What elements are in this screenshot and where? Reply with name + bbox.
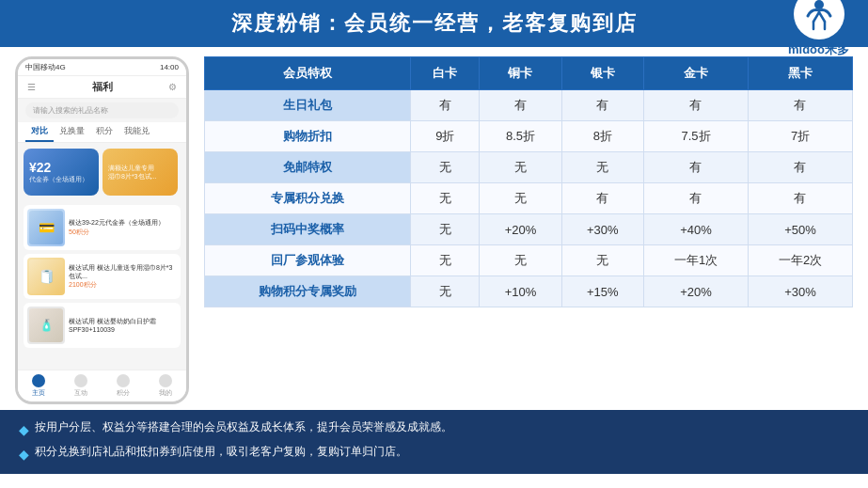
phone-tab-points[interactable]: 积分 xyxy=(90,122,118,142)
cell-value: 无 xyxy=(480,245,561,276)
cell-value: 有 xyxy=(561,183,643,214)
cell-feature: 购物积分专属奖励 xyxy=(205,276,411,307)
phone-card-wipes[interactable]: 满额达儿童专用湿巾8片*3包试... xyxy=(103,149,178,196)
footer-items: ◆按用户分层、权益分等搭建合理的会员权益及成长体系，提升会员荣誉感及成就感。◆积… xyxy=(19,417,849,466)
cell-value: 有 xyxy=(411,90,480,121)
cell-value: 有 xyxy=(644,152,749,183)
cell-value: +40% xyxy=(644,214,749,245)
phone-card-desc: 代金券（全场通用） xyxy=(29,175,93,184)
midoo-logo-icon xyxy=(800,0,838,33)
footer-bullet-icon: ◆ xyxy=(19,418,29,442)
item-info-1: 横达39-22元代金券（全场通用） 50积分 xyxy=(69,218,177,236)
cell-value: 有 xyxy=(748,90,852,121)
col-header-feature: 会员特权 xyxy=(205,57,411,90)
item-info-3: 横达试用 横达婴幼奶白日护霜 SPF30+110039 xyxy=(69,317,177,334)
list-item[interactable]: 🧻 横达试用 横达儿童送专用湿巾8片*3包试... 2100积分 xyxy=(24,254,181,299)
col-header-white: 白卡 xyxy=(411,57,480,90)
item-info-2: 横达试用 横达儿童送专用湿巾8片*3包试... 2100积分 xyxy=(69,263,177,290)
phone-carrier: 中国移动4G xyxy=(25,62,66,72)
phone-bottom-mine[interactable]: 我的 xyxy=(159,374,172,398)
footer-text: 积分兑换到店礼品和抵扣券到店使用，吸引老客户复购，复购订单归门店。 xyxy=(35,442,407,463)
table-header-row: 会员特权 白卡 铜卡 银卡 金卡 黑卡 xyxy=(205,57,853,90)
cell-feature: 购物折扣 xyxy=(205,121,411,152)
phone-bottom-interact-icon xyxy=(74,374,87,387)
table-row: 购物折扣9折8.5折8折7.5折7折 xyxy=(205,121,853,152)
phone-mockup: 中国移动4G 14:00 ☰ 福利 ⚙ 请输入搜索的礼品名称 对比 兑换量 积分… xyxy=(15,56,189,404)
cell-value: +20% xyxy=(644,276,749,307)
page-title: 深度粉销：会员统一经营，老客复购到店 xyxy=(231,11,638,35)
cell-feature: 专属积分兑换 xyxy=(205,183,411,214)
cell-value: +50% xyxy=(748,214,852,245)
cell-value: 有 xyxy=(480,90,561,121)
table-row: 购物积分专属奖励无+10%+15%+20%+30% xyxy=(205,276,853,307)
cell-feature: 回厂参观体验 xyxy=(205,245,411,276)
phone-tab-available[interactable]: 我能兑 xyxy=(118,122,155,142)
item-image-3: 🧴 xyxy=(27,307,65,344)
col-header-black: 黑卡 xyxy=(748,57,852,90)
cell-feature: 扫码中奖概率 xyxy=(205,214,411,245)
phone-tabs: 对比 兑换量 积分 我能兑 xyxy=(18,122,186,143)
cell-value: +30% xyxy=(561,214,643,245)
cell-value: 无 xyxy=(561,152,643,183)
item-name-3: 横达试用 横达婴幼奶白日护霜 SPF30+110039 xyxy=(69,317,177,334)
cell-value: 无 xyxy=(411,245,480,276)
phone-time: 14:00 xyxy=(160,63,179,71)
member-table: 会员特权 白卡 铜卡 银卡 金卡 黑卡 生日礼包有有有有有购物折扣9折8.5折8… xyxy=(204,56,853,307)
table-area: 会员特权 白卡 铜卡 银卡 金卡 黑卡 生日礼包有有有有有购物折扣9折8.5折8… xyxy=(204,56,853,404)
logo-text: midoo米多 xyxy=(788,41,849,58)
cell-value: 无 xyxy=(411,152,480,183)
phone-bottom-points-icon xyxy=(117,374,130,387)
phone-bottom-interact[interactable]: 互动 xyxy=(74,374,87,398)
item-image-2: 🧻 xyxy=(27,258,65,295)
cell-value: 无 xyxy=(561,245,643,276)
footer-text: 按用户分层、权益分等搭建合理的会员权益及成长体系，提升会员荣誉感及成就感。 xyxy=(35,417,452,438)
phone-nav-bar: ☰ 福利 ⚙ xyxy=(18,76,186,99)
cell-value: +15% xyxy=(561,276,643,307)
cell-value: 一年2次 xyxy=(748,245,852,276)
phone-bottom-nav: 主页 互动 积分 我的 xyxy=(18,370,186,401)
table-row: 生日礼包有有有有有 xyxy=(205,90,853,121)
phone-tab-redeem[interactable]: 兑换量 xyxy=(54,122,90,142)
phone-bottom-home-icon xyxy=(32,374,45,387)
footer-bullet-icon: ◆ xyxy=(19,443,29,466)
phone-card-price: ¥22 xyxy=(29,160,93,175)
table-row: 回厂参观体验无无无一年1次一年2次 xyxy=(205,245,853,276)
phone-bottom-points[interactable]: 积分 xyxy=(117,374,130,398)
phone-search-bar[interactable]: 请输入搜索的礼品名称 xyxy=(25,102,179,118)
header: 深度粉销：会员统一经营，老客复购到店 midoo米多 xyxy=(0,0,868,47)
item-name-2: 横达试用 横达儿童送专用湿巾8片*3包试... xyxy=(69,263,177,280)
phone-bottom-interact-label: 互动 xyxy=(74,388,87,398)
logo-area: midoo米多 xyxy=(788,0,849,58)
cell-value: 7.5折 xyxy=(644,121,749,152)
phone-nav-title: 福利 xyxy=(92,80,113,94)
phone-bottom-mine-icon xyxy=(159,374,172,387)
footer-item: ◆按用户分层、权益分等搭建合理的会员权益及成长体系，提升会员荣誉感及成就感。 xyxy=(19,417,849,442)
logo-bg xyxy=(794,0,844,39)
cell-value: 有 xyxy=(644,183,749,214)
cell-value: 8.5折 xyxy=(480,121,561,152)
cell-value: 有 xyxy=(748,152,852,183)
cell-value: +20% xyxy=(480,214,561,245)
cell-value: 无 xyxy=(480,152,561,183)
phone-status-bar: 中国移动4G 14:00 xyxy=(18,59,186,76)
list-item[interactable]: 🧴 横达试用 横达婴幼奶白日护霜 SPF30+110039 xyxy=(24,303,181,348)
phone-bottom-points-label: 积分 xyxy=(117,388,130,398)
main-content: 中国移动4G 14:00 ☰ 福利 ⚙ 请输入搜索的礼品名称 对比 兑换量 积分… xyxy=(0,47,868,404)
col-header-silver: 银卡 xyxy=(561,57,643,90)
cell-value: 无 xyxy=(411,276,480,307)
cell-value: 7折 xyxy=(748,121,852,152)
svg-point-0 xyxy=(814,0,824,9)
phone-search-placeholder: 请输入搜索的礼品名称 xyxy=(33,106,108,115)
table-row: 专属积分兑换无无有有有 xyxy=(205,183,853,214)
table-row: 免邮特权无无无有有 xyxy=(205,152,853,183)
phone-bottom-home[interactable]: 主页 xyxy=(32,374,45,398)
phone-card-voucher[interactable]: ¥22 代金券（全场通用） xyxy=(24,149,99,196)
phone-tab-compare[interactable]: 对比 xyxy=(25,122,54,142)
cell-value: 8折 xyxy=(561,121,643,152)
cell-value: 一年1次 xyxy=(644,245,749,276)
list-item[interactable]: 💳 横达39-22元代金券（全场通用） 50积分 xyxy=(24,205,181,250)
cell-value: 无 xyxy=(411,214,480,245)
footer-item: ◆积分兑换到店礼品和抵扣券到店使用，吸引老客户复购，复购订单归门店。 xyxy=(19,442,849,466)
phone-items-list: 💳 横达39-22元代金券（全场通用） 50积分 🧻 横达试用 横达儿童送专用湿… xyxy=(18,201,186,355)
cell-feature: 生日礼包 xyxy=(205,90,411,121)
